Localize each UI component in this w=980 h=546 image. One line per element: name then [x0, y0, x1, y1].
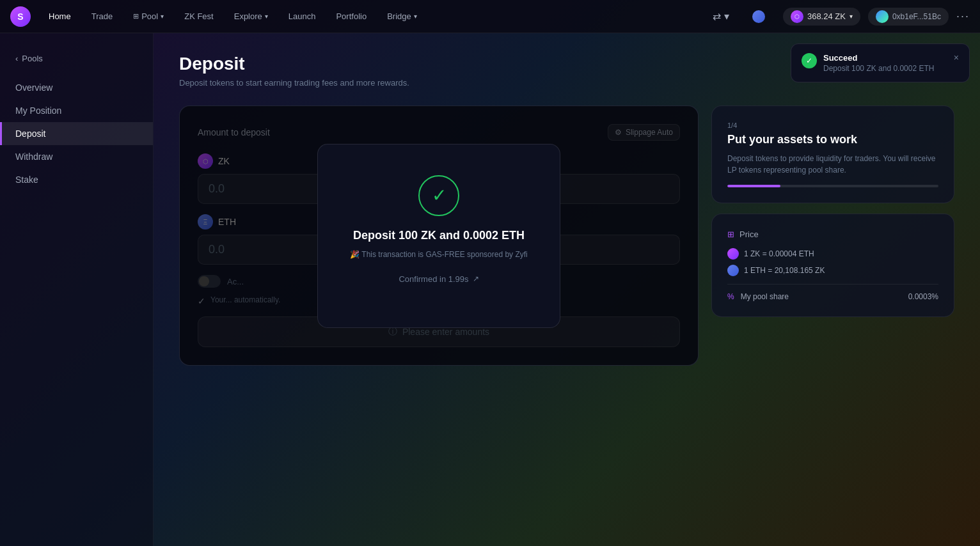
sidebar-item-stake[interactable]: Stake: [0, 168, 153, 191]
nav-swap-icon[interactable]: ⇄ ▾: [705, 6, 736, 26]
chevron-left-icon: ‹: [15, 54, 18, 63]
content-grid: Amount to deposit ⚙ Slippage Auto ⬡ ZK: [179, 105, 954, 366]
sidebar-back-label: Pools: [22, 54, 43, 63]
zk-balance-value: 368.24 ZK: [807, 12, 846, 21]
sidebar-my-position-label: My Position: [15, 105, 61, 116]
deposit-card: Amount to deposit ⚙ Slippage Auto ⬡ ZK: [179, 105, 699, 366]
wallet-address: 0xb1eF...51Bc: [892, 12, 941, 21]
pool-share-icon: %: [727, 292, 734, 301]
pool-share-row: % My pool share 0.0003%: [727, 292, 938, 301]
gas-text: This transaction is GAS-FREE sponsored b…: [361, 250, 527, 259]
price-icon: ⊞: [727, 230, 734, 239]
zk-balance-chevron: ▾: [850, 13, 853, 20]
main-content: Deposit Deposit tokens to start earning …: [154, 33, 980, 546]
chevron-down-icon-explore: ▾: [265, 13, 268, 20]
gas-emoji: 🎉: [350, 250, 360, 259]
sidebar-overview-label: Overview: [15, 82, 52, 93]
nav-home[interactable]: Home: [41, 8, 79, 25]
logo[interactable]: S: [10, 6, 31, 27]
wallet-avatar: [876, 10, 889, 23]
zk-price-icon: [727, 248, 739, 260]
toast-success-icon: ✓: [802, 53, 817, 68]
nav-portfolio[interactable]: Portfolio: [328, 8, 374, 25]
info-card-desc: Deposit tokens to provide liquidity for …: [727, 153, 938, 176]
success-modal: ✓ Deposit 100 ZK and 0.0002 ETH 🎉 This t…: [317, 144, 560, 328]
nav-trade-label: Trade: [91, 12, 113, 21]
confirmed-text: Confirmed in 1.99s: [399, 274, 468, 284]
toast-close-button[interactable]: ×: [954, 53, 959, 62]
sidebar-item-withdraw[interactable]: Withdraw: [0, 145, 153, 168]
progress-bar: [727, 185, 938, 187]
progress-fill: [727, 185, 780, 187]
grid-icon: ⊞: [133, 12, 139, 20]
nav-trade[interactable]: Trade: [84, 8, 120, 25]
sidebar-back-button[interactable]: ‹ Pools: [0, 49, 153, 68]
pool-share-value: 0.0003%: [908, 292, 938, 301]
chevron-down-icon-bridge: ▾: [414, 13, 417, 20]
zk-price-row: 1 ZK = 0.00004 ETH: [727, 248, 938, 260]
eth-price-row: 1 ETH = 20,108.165 ZK: [727, 265, 938, 276]
divider: [727, 284, 938, 285]
success-icon: ✓: [418, 175, 459, 216]
nav-home-label: Home: [49, 12, 71, 21]
zk-token-icon: ⬡: [791, 10, 803, 23]
chevron-down-icon: ▾: [161, 13, 164, 20]
sidebar-item-my-position[interactable]: My Position: [0, 99, 153, 122]
success-toast: ✓ Succeed Deposit 100 ZK and 0.0002 ETH …: [791, 43, 970, 82]
sidebar-stake-label: Stake: [15, 175, 38, 185]
sidebar: ‹ Pools Overview My Position Deposit Wit…: [0, 33, 154, 546]
zk-price-value: 1 ZK = 0.00004 ETH: [744, 249, 814, 258]
price-card: ⊞ Price 1 ZK = 0.00004 ETH 1 ETH = 20,10…: [711, 214, 954, 317]
zk-balance-badge[interactable]: ⬡ 368.24 ZK ▾: [783, 8, 860, 26]
price-header: ⊞ Price: [727, 230, 938, 239]
nav-zkfest[interactable]: ZK Fest: [177, 8, 221, 25]
toast-desc: Deposit 100 ZK and 0.0002 ETH: [823, 64, 947, 73]
eth-price-value: 1 ETH = 20,108.165 ZK: [744, 266, 825, 275]
right-panel: 1/4 Put your assets to work Deposit toke…: [711, 105, 954, 366]
nav-more-button[interactable]: ···: [956, 10, 970, 23]
info-card: 1/4 Put your assets to work Deposit toke…: [711, 105, 954, 203]
wallet-badge[interactable]: 0xb1eF...51Bc: [868, 8, 949, 26]
sidebar-withdraw-label: Withdraw: [15, 152, 52, 162]
nav-launch[interactable]: Launch: [281, 8, 324, 25]
nav-pool[interactable]: ⊞ Pool ▾: [125, 8, 171, 25]
info-card-title: Put your assets to work: [727, 133, 938, 146]
toast-body: Succeed Deposit 100 ZK and 0.0002 ETH: [823, 53, 947, 73]
sidebar-item-overview[interactable]: Overview: [0, 76, 153, 99]
step-label: 1/4: [727, 121, 938, 129]
sidebar-deposit-label: Deposit: [15, 129, 45, 139]
success-modal-overlay: ✓ Deposit 100 ZK and 0.0002 ETH 🎉 This t…: [180, 106, 698, 365]
modal-gas-text: 🎉 This transaction is GAS-FREE sponsored…: [344, 250, 534, 259]
modal-title: Deposit 100 ZK and 0.0002 ETH: [344, 229, 534, 242]
external-link-icon: ↗: [473, 274, 479, 283]
pool-share-label: My pool share: [741, 292, 789, 301]
nav-explore[interactable]: Explore ▾: [226, 8, 276, 25]
nav-bridge[interactable]: Bridge ▾: [379, 8, 425, 25]
toast-title: Succeed: [823, 53, 947, 63]
confirmed-link[interactable]: Confirmed in 1.99s ↗: [344, 274, 534, 284]
top-nav: S Home Trade ⊞ Pool ▾ ZK Fest Explore ▾ …: [0, 0, 980, 33]
nav-right: ⇄ ▾ ⬡ 368.24 ZK ▾ 0xb1eF...51Bc ···: [705, 6, 970, 27]
price-label: Price: [739, 230, 759, 239]
sidebar-item-deposit[interactable]: Deposit: [0, 122, 153, 145]
nav-eth-icon[interactable]: [745, 6, 775, 27]
eth-price-icon: [727, 265, 739, 276]
